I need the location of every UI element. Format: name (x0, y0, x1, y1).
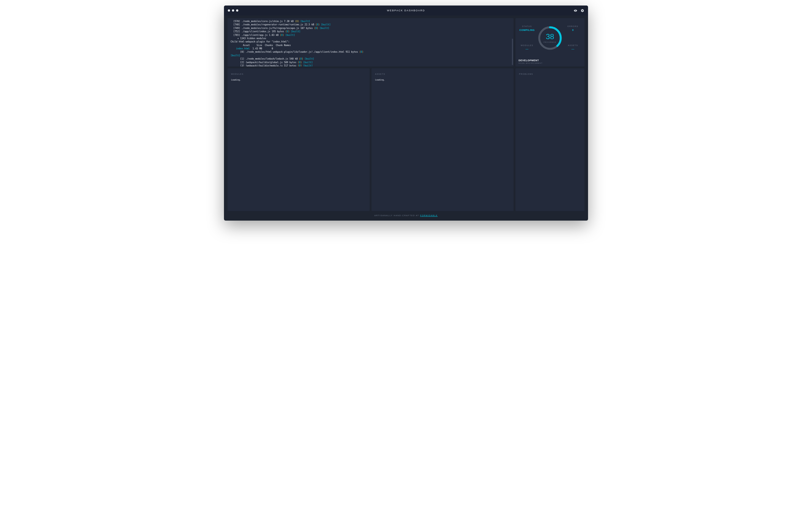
footer: ARTISANALLY HAND-CRAFTED AT FORMIDABLE (224, 211, 588, 221)
problems-panel-title: PROBLEMS (519, 73, 581, 75)
modules-label: MODULES (521, 44, 533, 46)
environment-bar: DEVELOPMENT NODE ENVIRONMENT (516, 57, 584, 66)
modules-panel: MODULES Loading. (228, 68, 370, 211)
progress-value: 38 (546, 33, 554, 40)
log-panel: [570] ./node_modules/core-js/shim.js 7.3… (228, 18, 514, 66)
assets-block: ASSETS --- (568, 44, 578, 51)
status-label: STATUS (522, 25, 532, 27)
modules-panel-title: MODULES (231, 73, 366, 75)
footer-text: ARTISANALLY HAND-CRAFTED AT (374, 214, 420, 217)
build-log[interactable]: [570] ./node_modules/core-js/shim.js 7.3… (228, 18, 514, 66)
errors-label: ERRORS (568, 25, 578, 27)
window-controls (228, 9, 238, 11)
modules-value: --- (526, 48, 529, 51)
errors-value: 0 (572, 29, 574, 31)
status-left-col: STATUS COMPILING MODULES --- (517, 22, 537, 54)
log-scrollbar-thumb[interactable] (512, 39, 513, 65)
minimize-window-dot[interactable] (232, 9, 234, 11)
status-right-col: ERRORS 0 ASSETS --- (563, 22, 583, 54)
assets-label: ASSETS (568, 44, 578, 46)
titlebar: WEBPACK DASHBOARD (224, 5, 588, 16)
visibility-icon[interactable] (574, 9, 577, 12)
app-window: WEBPACK DASHBOARD [570] ./node_modules/c… (224, 5, 588, 221)
assets-panel: ASSETS Loading. (372, 68, 514, 211)
problems-panel: PROBLEMS (516, 68, 584, 211)
environment-name: DEVELOPMENT (519, 59, 581, 62)
progress-center: 38 PROGRESS (537, 22, 563, 54)
errors-block: ERRORS 0 (568, 25, 578, 31)
main-content: [570] ./node_modules/core-js/shim.js 7.3… (224, 16, 588, 211)
assets-panel-title: ASSETS (375, 73, 510, 75)
status-value: COMPILING (519, 29, 535, 31)
progress-ring: 38 PROGRESS (537, 22, 563, 54)
modules-panel-body: Loading. (231, 79, 366, 81)
status-panel: STATUS COMPILING MODULES --- 38 (516, 18, 584, 66)
footer-link[interactable]: FORMIDABLE (420, 214, 438, 217)
settings-icon[interactable] (581, 9, 584, 12)
close-window-dot[interactable] (228, 9, 230, 11)
maximize-window-dot[interactable] (236, 9, 238, 11)
modules-block: MODULES --- (521, 44, 533, 51)
environment-sub: NODE ENVIRONMENT (519, 62, 543, 64)
titlebar-actions (574, 9, 584, 12)
status-metrics: STATUS COMPILING MODULES --- 38 (516, 18, 584, 57)
assets-value: --- (572, 48, 575, 51)
app-title: WEBPACK DASHBOARD (224, 9, 588, 12)
status-block: STATUS COMPILING (519, 25, 535, 31)
log-scrollbar[interactable] (512, 19, 513, 65)
assets-panel-body: Loading. (375, 79, 510, 81)
progress-label: PROGRESS (544, 41, 556, 43)
